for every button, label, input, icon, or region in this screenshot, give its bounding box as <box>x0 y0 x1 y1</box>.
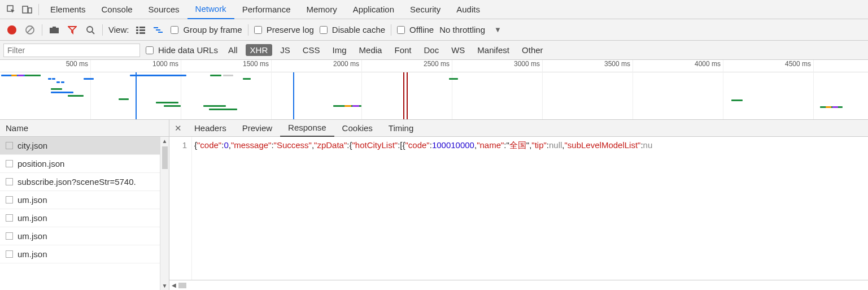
filter-type-img[interactable]: Img <box>328 44 351 56</box>
scroll-left-icon[interactable]: ◀ <box>172 282 176 288</box>
filter-input[interactable] <box>3 44 140 57</box>
timeline-tick: 500 ms <box>66 60 90 68</box>
filter-type-xhr[interactable]: XHR <box>246 44 273 56</box>
token-null: null <box>549 140 562 150</box>
tab-security[interactable]: Security <box>402 0 448 19</box>
clear-icon[interactable] <box>24 24 36 36</box>
tab-performance[interactable]: Performance <box>234 0 299 19</box>
timeline-tick: 3000 ms <box>514 60 542 68</box>
filter-type-manifest[interactable]: Manifest <box>473 44 514 56</box>
line-gutter: 1 <box>169 137 192 280</box>
svg-point-7 <box>87 27 93 32</box>
svg-rect-12 <box>139 29 145 31</box>
token-str: "Success" <box>274 140 312 150</box>
token-key: "code" <box>405 140 430 150</box>
svg-rect-15 <box>154 27 158 28</box>
token-brace: :[{ <box>398 140 405 150</box>
svg-rect-5 <box>50 28 59 33</box>
token-key: "subLevelModelList" <box>565 140 641 150</box>
tab-sources[interactable]: Sources <box>141 0 187 19</box>
chevron-down-icon[interactable]: ▼ <box>491 25 505 34</box>
request-row[interactable]: position.json <box>0 155 169 173</box>
filter-type-all[interactable]: All <box>224 44 242 56</box>
search-icon[interactable] <box>84 24 97 36</box>
detail-tab-preview[interactable]: Preview <box>234 120 280 137</box>
detail-tab-response[interactable]: Response <box>280 120 334 137</box>
filter-icon[interactable] <box>66 24 78 36</box>
filter-type-css[interactable]: CSS <box>298 44 325 56</box>
svg-rect-10 <box>139 27 145 28</box>
scroll-up-icon[interactable]: ▲ <box>162 137 168 145</box>
tab-memory[interactable]: Memory <box>299 0 345 19</box>
detail-pane: ✕ HeadersPreviewResponseCookiesTiming 1 … <box>169 120 868 290</box>
filter-type-font[interactable]: Font <box>390 44 416 56</box>
requests-pane: Name city.jsonposition.jsonsubscribe.jso… <box>0 120 169 290</box>
tab-network[interactable]: Network <box>187 0 234 19</box>
scrollbar-horizontal[interactable]: ◀ <box>169 280 868 290</box>
timeline-tick: 2500 ms <box>424 60 452 68</box>
timeline-overview[interactable]: 500 ms1000 ms1500 ms2000 ms2500 ms3000 m… <box>0 60 868 120</box>
timeline-tick: 1500 ms <box>243 60 271 68</box>
request-name: um.json <box>18 249 47 259</box>
throttling-select[interactable]: No throttling <box>439 25 485 34</box>
disable-cache-checkbox[interactable]: Disable cache <box>320 25 385 34</box>
record-icon[interactable] <box>6 24 18 36</box>
hide-data-urls-checkbox[interactable]: Hide data URLs <box>146 45 218 55</box>
preserve-log-checkbox[interactable]: Preserve log <box>254 25 314 34</box>
close-icon[interactable]: ✕ <box>169 123 186 133</box>
response-body[interactable]: 1 {"code":0,"message":"Success","zpData"… <box>169 137 868 280</box>
tab-elements[interactable]: Elements <box>42 0 94 19</box>
separator <box>38 4 39 15</box>
scrollbar-vertical[interactable]: ▲ ▼ <box>160 137 169 290</box>
tab-application[interactable]: Application <box>345 0 402 19</box>
request-row[interactable]: um.json <box>0 245 169 263</box>
waterfall-view-icon[interactable] <box>152 24 165 36</box>
filter-type-media[interactable]: Media <box>355 44 387 56</box>
device-toggle-icon[interactable] <box>19 2 35 18</box>
file-icon <box>6 196 13 204</box>
detail-tab-headers[interactable]: Headers <box>186 120 234 137</box>
group-by-frame-checkbox[interactable]: Group by frame <box>171 25 242 34</box>
separator <box>42 24 42 36</box>
request-name: city.json <box>18 141 47 150</box>
token-brace: :" <box>504 140 509 150</box>
view-label: View: <box>108 25 129 34</box>
requests-header[interactable]: Name <box>0 120 169 137</box>
filter-type-js[interactable]: JS <box>276 44 295 56</box>
scroll-down-icon[interactable]: ▼ <box>162 282 168 290</box>
detail-tab-cookies[interactable]: Cookies <box>334 120 381 137</box>
tab-audits[interactable]: Audits <box>448 0 488 19</box>
filter-type-other[interactable]: Other <box>517 44 548 56</box>
tab-console[interactable]: Console <box>94 0 141 19</box>
token-key: "zpData" <box>314 140 347 150</box>
filter-type-doc[interactable]: Doc <box>419 44 443 56</box>
separator <box>248 24 248 36</box>
request-row[interactable]: um.json <box>0 209 169 227</box>
svg-rect-13 <box>136 32 138 34</box>
separator <box>391 24 391 36</box>
request-name: subscribe.json?sceneStr=5740. <box>18 177 136 187</box>
scroll-thumb[interactable] <box>178 283 186 288</box>
detail-tab-timing[interactable]: Timing <box>381 120 421 137</box>
network-toolbar: View: Group by frame Preserve log Disabl… <box>0 19 868 41</box>
group-by-frame-label: Group by frame <box>183 25 242 34</box>
line-number: 1 <box>182 140 187 150</box>
svg-rect-1 <box>23 6 28 13</box>
token-key: "tip" <box>531 140 547 150</box>
token-key: "message" <box>231 140 272 150</box>
request-row[interactable]: um.json <box>0 191 169 209</box>
offline-checkbox[interactable]: Offline <box>397 25 434 34</box>
devtools-tabbar: ElementsConsoleSourcesNetworkPerformance… <box>0 0 868 19</box>
large-rows-icon[interactable] <box>134 24 147 36</box>
token-brace: ", <box>526 140 532 150</box>
file-icon <box>6 142 13 149</box>
scroll-thumb[interactable] <box>162 146 168 169</box>
request-row[interactable]: city.json <box>0 137 169 155</box>
request-row[interactable]: um.json <box>0 227 169 245</box>
file-icon <box>6 160 13 167</box>
capture-screenshots-icon[interactable] <box>48 24 60 36</box>
filter-type-ws[interactable]: WS <box>447 44 469 56</box>
request-row[interactable]: subscribe.json?sceneStr=5740. <box>0 173 169 191</box>
request-name: um.json <box>18 213 47 223</box>
inspect-icon[interactable] <box>3 2 19 18</box>
